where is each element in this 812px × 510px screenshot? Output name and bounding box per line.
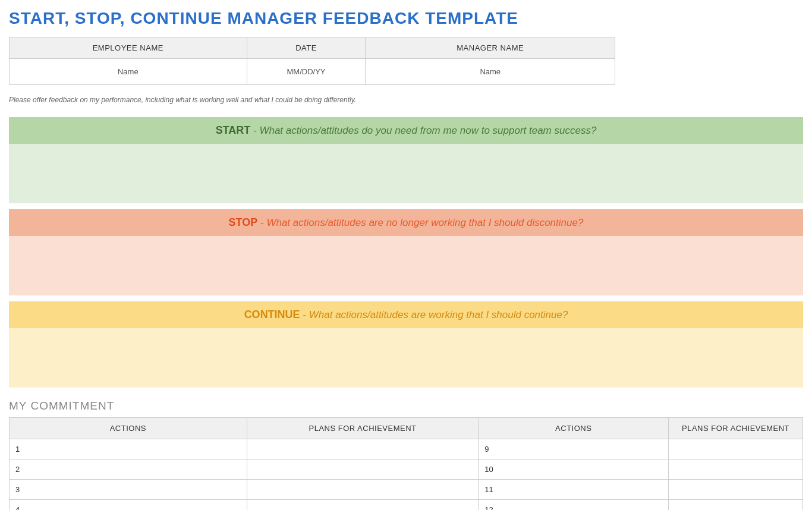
commit-action-left[interactable]: 2 (10, 459, 247, 480)
continue-header: CONTINUE - What actions/attitudes are wo… (9, 301, 803, 328)
start-label: START (216, 124, 251, 136)
commit-action-left[interactable]: 1 (10, 439, 247, 459)
header-manager: MANAGER NAME (366, 37, 615, 59)
commit-plan-left[interactable] (247, 439, 479, 459)
continue-input-area[interactable] (9, 328, 803, 388)
stop-section: STOP - What actions/attitudes are no lon… (9, 209, 803, 295)
commit-plan-left[interactable] (247, 500, 479, 511)
header-employee: EMPLOYEE NAME (10, 37, 247, 59)
info-table: EMPLOYEE NAME DATE MANAGER NAME Name MM/… (9, 37, 615, 85)
commit-header-plans-2: PLANS FOR ACHIEVEMENT (669, 418, 803, 439)
start-input-area[interactable] (9, 144, 803, 203)
continue-label: CONTINUE (244, 308, 300, 320)
start-header: START - What actions/attitudes do you ne… (9, 117, 803, 144)
commit-plan-right[interactable] (669, 459, 803, 480)
continue-section: CONTINUE - What actions/attitudes are wo… (9, 301, 803, 388)
start-section: START - What actions/attitudes do you ne… (9, 117, 803, 203)
commitment-table: ACTIONS PLANS FOR ACHIEVEMENT ACTIONS PL… (9, 417, 803, 510)
commit-action-right[interactable]: 12 (479, 500, 669, 511)
start-prompt: - What actions/attitudes do you need fro… (250, 125, 596, 136)
instructions-text: Please offer feedback on my performance,… (9, 96, 803, 104)
header-date: DATE (247, 37, 366, 59)
stop-prompt: - What actions/attitudes are no longer w… (257, 217, 583, 228)
date-cell[interactable]: MM/DD/YY (247, 59, 366, 85)
commitment-title: MY COMMITMENT (9, 399, 803, 413)
employee-name-cell[interactable]: Name (10, 59, 247, 85)
commit-plan-left[interactable] (247, 480, 479, 500)
commit-row: 4 12 (10, 500, 803, 511)
commit-header-plans-1: PLANS FOR ACHIEVEMENT (247, 418, 479, 439)
info-row: Name MM/DD/YY Name (10, 59, 615, 85)
commit-row: 1 9 (10, 439, 803, 459)
commit-plan-right[interactable] (669, 500, 803, 511)
commit-action-right[interactable]: 11 (479, 480, 669, 500)
commit-row: 2 10 (10, 459, 803, 480)
commit-action-left[interactable]: 4 (10, 500, 247, 511)
stop-header: STOP - What actions/attitudes are no lon… (9, 209, 803, 236)
continue-prompt: - What actions/attitudes are working tha… (300, 309, 568, 320)
stop-label: STOP (229, 216, 258, 228)
commit-action-right[interactable]: 9 (479, 439, 669, 459)
commit-plan-right[interactable] (669, 439, 803, 459)
commit-header-actions-1: ACTIONS (10, 418, 247, 439)
manager-name-cell[interactable]: Name (366, 59, 615, 85)
page-title: START, STOP, CONTINUE MANAGER FEEDBACK T… (9, 9, 803, 28)
commit-plan-right[interactable] (669, 480, 803, 500)
stop-input-area[interactable] (9, 236, 803, 295)
commit-action-left[interactable]: 3 (10, 480, 247, 500)
commit-row: 3 11 (10, 480, 803, 500)
commit-action-right[interactable]: 10 (479, 459, 669, 480)
commit-plan-left[interactable] (247, 459, 479, 480)
commitment-body: 1 9 2 10 3 11 4 12 (10, 439, 803, 511)
commit-header-actions-2: ACTIONS (479, 418, 669, 439)
